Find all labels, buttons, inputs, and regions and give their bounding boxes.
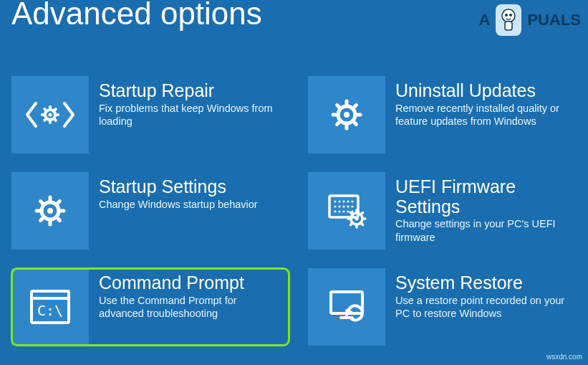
- svg-point-41: [338, 205, 340, 207]
- svg-line-57: [361, 223, 363, 225]
- svg-point-38: [347, 200, 349, 202]
- svg-line-59: [361, 213, 363, 215]
- svg-point-36: [338, 200, 340, 202]
- svg-point-2: [509, 14, 512, 16]
- svg-point-47: [342, 210, 344, 212]
- svg-text:C:\: C:\: [37, 302, 63, 319]
- svg-point-0: [502, 9, 515, 22]
- watermark-logo: A PUALS: [479, 4, 581, 36]
- svg-point-48: [347, 210, 349, 212]
- svg-line-33: [57, 202, 60, 205]
- svg-line-30: [41, 202, 44, 205]
- tile-command-prompt[interactable]: C:\ Command Prompt Use the Command Promp…: [11, 268, 289, 346]
- tile-startup-repair[interactable]: Startup Repair Fix problems that keep Wi…: [11, 76, 289, 153]
- svg-rect-3: [505, 22, 512, 30]
- svg-line-58: [351, 223, 353, 225]
- svg-line-56: [351, 213, 353, 215]
- startup-repair-icon: [11, 76, 89, 153]
- tile-title: UEFI Firmware Settings: [395, 177, 579, 217]
- tile-desc: Change settings in your PC's UEFI firmwa…: [395, 217, 579, 245]
- svg-line-12: [44, 118, 47, 120]
- command-prompt-icon: C:\: [11, 268, 89, 346]
- tile-title: System Restore: [395, 273, 579, 293]
- svg-point-46: [338, 210, 340, 212]
- gear-icon: [308, 76, 385, 153]
- uefi-firmware-icon: [308, 172, 385, 250]
- svg-point-15: [344, 112, 350, 118]
- page-title: Advanced options: [11, 0, 262, 32]
- svg-point-39: [351, 200, 353, 202]
- svg-line-20: [337, 105, 341, 109]
- tile-uefi-firmware-settings[interactable]: UEFI Firmware Settings Change settings i…: [308, 172, 586, 250]
- svg-line-23: [353, 105, 357, 109]
- svg-line-31: [57, 217, 60, 221]
- svg-line-13: [54, 109, 56, 111]
- tile-uninstall-updates[interactable]: Uninstall Updates Remove recently instal…: [308, 76, 586, 153]
- tile-title: Startup Repair: [99, 81, 282, 101]
- svg-point-51: [355, 217, 359, 221]
- watermark-mascot-icon: [496, 4, 521, 36]
- tile-desc: Use a restore point recorded on your PC …: [395, 294, 579, 321]
- svg-point-1: [505, 14, 508, 16]
- svg-point-37: [342, 200, 344, 202]
- watermark-suffix: PUALS: [527, 11, 581, 29]
- svg-point-35: [334, 200, 336, 202]
- svg-point-44: [351, 205, 353, 207]
- tile-title: Uninstall Updates: [395, 81, 579, 101]
- tile-system-restore[interactable]: System Restore Use a restore point recor…: [308, 268, 586, 346]
- tile-title: Command Prompt: [99, 273, 282, 293]
- svg-point-5: [49, 113, 52, 117]
- attribution-text: wsxdn.com: [546, 353, 582, 361]
- svg-point-45: [334, 210, 336, 212]
- svg-point-42: [342, 205, 344, 207]
- tile-desc: Remove recently installed quality or fea…: [395, 102, 579, 129]
- tile-desc: Use the Command Prompt for advanced trou…: [99, 294, 282, 321]
- svg-point-25: [47, 208, 53, 214]
- svg-line-22: [337, 121, 341, 125]
- tile-desc: Fix problems that keep Windows from load…: [99, 102, 282, 129]
- svg-point-40: [334, 205, 336, 207]
- tile-title: Startup Settings: [99, 177, 282, 197]
- watermark-prefix: A: [479, 11, 491, 29]
- svg-line-11: [54, 118, 56, 120]
- svg-line-10: [44, 109, 47, 111]
- tile-startup-settings[interactable]: Startup Settings Change Windows startup …: [11, 172, 289, 250]
- svg-line-32: [41, 217, 44, 221]
- tile-desc: Change Windows startup behavior: [99, 198, 282, 212]
- gear-icon: [11, 172, 89, 250]
- system-restore-icon: [308, 268, 385, 346]
- svg-point-43: [347, 205, 349, 207]
- svg-line-21: [353, 121, 357, 125]
